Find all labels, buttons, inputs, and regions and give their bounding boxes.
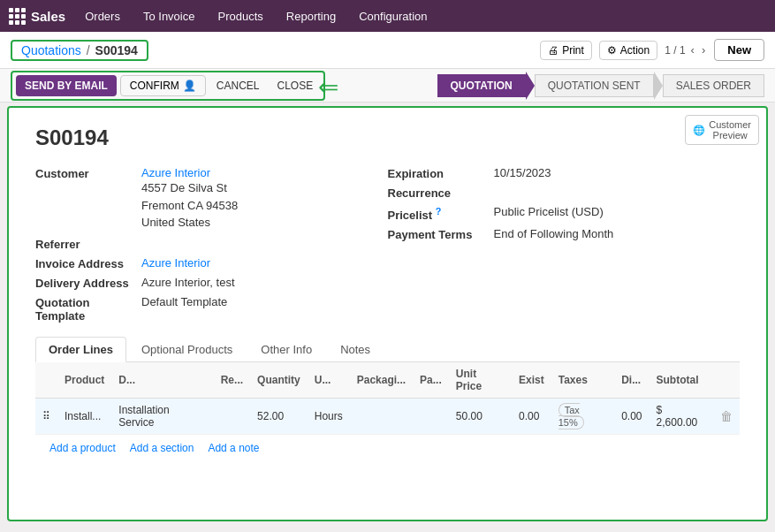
order-table: Product D... Re... Quantity U... Packagi…: [35, 362, 740, 435]
customer-value: Azure Interior 4557 De Silva St Fremont …: [141, 166, 370, 232]
document: S00194 Customer Azure Interior 4557 De S…: [9, 108, 766, 479]
nav-reporting[interactable]: Reporting: [283, 8, 339, 25]
col-subtotal: Subtotal: [650, 362, 713, 399]
row-discount[interactable]: 0.00: [614, 398, 649, 434]
status-quotation-sent[interactable]: QUOTATION SENT: [535, 74, 654, 97]
col-drag: [35, 362, 57, 399]
pagination: 1 / 1 ‹ ›: [665, 43, 707, 57]
col-taxes: Taxes: [551, 362, 614, 399]
document-number: S00194: [35, 125, 740, 150]
grid-icon: [9, 8, 26, 25]
main-nav: Orders To Invoice Products Reporting Con…: [81, 8, 430, 25]
send-email-button[interactable]: SEND BY EMAIL: [16, 75, 117, 96]
col-product: Product: [57, 362, 111, 399]
row-uom[interactable]: Hours: [308, 398, 350, 434]
printer-icon: 🖨: [548, 44, 558, 57]
status-quotation[interactable]: QUOTATION: [437, 74, 526, 97]
quotation-template-label: Quotation Template: [35, 295, 141, 323]
tax-badge: Tax 15%: [558, 403, 584, 429]
next-button[interactable]: ›: [700, 43, 707, 57]
expiration-value: 10/15/2023: [494, 166, 723, 179]
prev-button[interactable]: ‹: [689, 43, 696, 57]
toolbar-actions: SEND BY EMAIL CONFIRM 👤 CANCEL CLOSE: [11, 71, 325, 101]
pricelist-help[interactable]: ?: [436, 206, 442, 217]
row-delete-cell: 🗑: [713, 398, 740, 434]
table-header-row: Product D... Re... Quantity U... Packagi…: [35, 362, 740, 399]
delivery-address-row: Delivery Address Azure Interior, test: [35, 276, 370, 290]
customer-label: Customer: [35, 166, 141, 180]
globe-icon: 🌐: [693, 125, 705, 136]
col-quantity: Quantity: [250, 362, 308, 399]
toolbar: SEND BY EMAIL CONFIRM 👤 CANCEL CLOSE ⇐ Q…: [0, 69, 775, 103]
nav-configuration[interactable]: Configuration: [355, 8, 430, 25]
action-bar-right: 🖨 Print ⚙ Action 1 / 1 ‹ › New: [540, 39, 764, 61]
col-re: Re...: [214, 362, 250, 399]
row-drag-handle[interactable]: ⠿: [35, 398, 57, 434]
row-description: Installation Service: [111, 398, 213, 434]
row-pa: [413, 398, 449, 434]
col-delete: [713, 362, 740, 399]
status-bar: QUOTATION QUOTATION SENT SALES ORDER: [437, 72, 764, 100]
customer-name-link[interactable]: Azure Interior: [141, 166, 210, 179]
col-uom: U...: [308, 362, 350, 399]
nav-products[interactable]: Products: [214, 8, 266, 25]
top-navigation: Sales Orders To Invoice Products Reporti…: [0, 0, 775, 32]
nav-to-invoice[interactable]: To Invoice: [140, 8, 199, 25]
row-quantity[interactable]: 52.00: [250, 398, 308, 434]
col-unit-price: Unit Price: [449, 362, 512, 399]
tabs: Order Lines Optional Products Other Info…: [35, 337, 740, 362]
action-button[interactable]: ⚙ Action: [599, 41, 657, 60]
col-pa: Pa...: [413, 362, 449, 399]
tab-order-lines[interactable]: Order Lines: [35, 337, 126, 362]
row-re: [214, 398, 250, 434]
app-name: Sales: [9, 8, 65, 25]
main-content: 🌐 Customer Preview S00194 Customer Azure…: [7, 106, 768, 521]
row-delete-button[interactable]: 🗑: [720, 409, 733, 423]
invoice-address-row: Invoice Address Azure Interior: [35, 256, 370, 270]
status-sales-order[interactable]: SALES ORDER: [663, 74, 764, 97]
form-grid: Customer Azure Interior 4557 De Silva St…: [35, 166, 740, 328]
form-left: Customer Azure Interior 4557 De Silva St…: [35, 166, 388, 328]
invoice-address-value: Azure Interior: [141, 256, 370, 270]
close-button[interactable]: CLOSE: [270, 76, 320, 95]
nav-orders[interactable]: Orders: [81, 8, 124, 25]
referrer-row: Referrer: [35, 237, 370, 251]
new-button[interactable]: New: [714, 39, 764, 61]
pricelist-row: Pricelist ? Public Pricelist (USD): [388, 205, 723, 222]
quotation-template-value: Default Template: [141, 295, 370, 308]
customer-row: Customer Azure Interior 4557 De Silva St…: [35, 166, 370, 232]
row-taxes[interactable]: Tax 15%: [551, 398, 614, 434]
recurrence-row: Recurrence: [388, 186, 723, 200]
tab-optional-products[interactable]: Optional Products: [128, 337, 246, 361]
customer-preview-button[interactable]: 🌐 Customer Preview: [685, 115, 759, 145]
tab-other-info[interactable]: Other Info: [247, 337, 325, 361]
breadcrumb-current: S00194: [95, 43, 138, 57]
form-right: Expiration 10/15/2023 Recurrence Priceli…: [388, 166, 741, 328]
tab-notes[interactable]: Notes: [327, 337, 384, 361]
cancel-button[interactable]: CANCEL: [209, 76, 267, 95]
col-exist: Exist: [512, 362, 551, 399]
person-icon: 👤: [183, 80, 196, 92]
quotation-template-row: Quotation Template Default Template: [35, 295, 370, 323]
gear-icon: ⚙: [607, 44, 617, 57]
row-packaging: [350, 398, 413, 434]
pricelist-value: Public Pricelist (USD): [494, 205, 723, 218]
breadcrumb: Quotations / S00194: [11, 40, 148, 61]
add-section-link[interactable]: Add a section: [130, 442, 194, 454]
delivery-address-value: Azure Interior, test: [141, 276, 370, 289]
invoice-address-label: Invoice Address: [35, 256, 141, 270]
add-product-link[interactable]: Add a product: [49, 442, 116, 454]
customer-address: 4557 De Silva St Fremont CA 94538 United…: [141, 179, 370, 232]
add-links: Add a product Add a section Add a note: [35, 435, 740, 461]
arrow-annotation: ⇐: [318, 72, 338, 102]
add-note-link[interactable]: Add a note: [208, 442, 259, 454]
payment-terms-row: Payment Terms End of Following Month: [388, 227, 723, 241]
confirm-button[interactable]: CONFIRM 👤: [120, 75, 206, 96]
print-button[interactable]: 🖨 Print: [540, 41, 592, 60]
invoice-address-link[interactable]: Azure Interior: [141, 256, 210, 270]
breadcrumb-parent[interactable]: Quotations: [21, 43, 81, 57]
row-product[interactable]: Install...: [57, 398, 111, 434]
payment-terms-value: End of Following Month: [494, 227, 723, 240]
col-discount: Di...: [614, 362, 649, 399]
row-unit-price[interactable]: 50.00: [449, 398, 512, 434]
